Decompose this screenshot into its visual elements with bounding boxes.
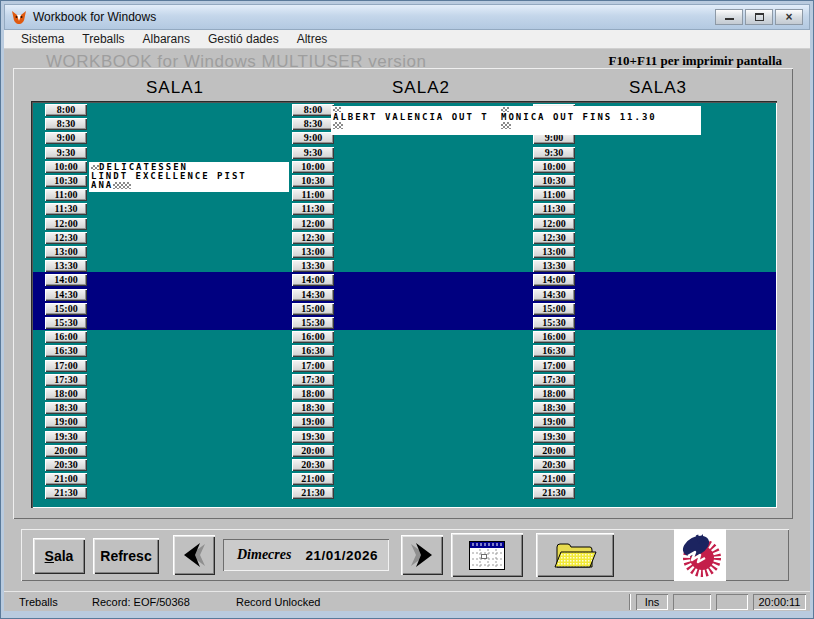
time-slot-button-1300[interactable]: 13:00: [533, 246, 575, 258]
menu-treballs[interactable]: Treballs: [73, 30, 133, 48]
time-slot-button-1130[interactable]: 11:30: [292, 203, 334, 215]
time-slot-button-1930[interactable]: 19:30: [45, 431, 87, 443]
time-slot-button-930[interactable]: 9:30: [533, 147, 575, 159]
time-slot-button-1330[interactable]: 13:30: [45, 260, 87, 272]
time-slot-button-1030[interactable]: 10:30: [292, 175, 334, 187]
time-slot-button-1030[interactable]: 10:30: [533, 175, 575, 187]
time-slot-button-2030[interactable]: 20:30: [533, 459, 575, 471]
time-slot-button-1730[interactable]: 17:30: [292, 374, 334, 386]
time-slot-button-1830[interactable]: 18:30: [292, 402, 334, 414]
time-slot-button-1900[interactable]: 19:00: [292, 416, 334, 428]
time-slot-button-1930[interactable]: 19:30: [533, 431, 575, 443]
time-slot-button-2000[interactable]: 20:00: [533, 445, 575, 457]
time-slot-button-1330[interactable]: 13:30: [292, 260, 334, 272]
appointment-sala3[interactable]: MONICA OUT FINS 11.30: [499, 106, 701, 135]
time-slot-button-2030[interactable]: 20:30: [45, 459, 87, 471]
time-slot-button-1200[interactable]: 12:00: [45, 218, 87, 230]
time-slot-button-800[interactable]: 8:00: [292, 104, 334, 116]
time-slot-button-1300[interactable]: 13:00: [45, 246, 87, 258]
time-slot-button-1800[interactable]: 18:00: [45, 388, 87, 400]
time-slot-button-2130[interactable]: 21:30: [533, 487, 575, 499]
time-slot-button-1400[interactable]: 14:00: [45, 274, 87, 286]
appointment-sala1[interactable]: DELICATESSEN LINDT EXCELLENCE PIST ANA: [89, 162, 289, 192]
schedule-grid[interactable]: 8:008:309:009:3010:0010:3011:0011:3012:0…: [31, 101, 777, 508]
next-day-button[interactable]: [401, 535, 443, 575]
time-slot-button-1400[interactable]: 14:00: [292, 274, 334, 286]
time-slot-button-1830[interactable]: 18:30: [533, 402, 575, 414]
time-slot-button-1900[interactable]: 19:00: [533, 416, 575, 428]
time-slot-button-2030[interactable]: 20:30: [292, 459, 334, 471]
time-slot-button-1330[interactable]: 13:30: [533, 260, 575, 272]
minimize-button[interactable]: [715, 9, 743, 25]
menu-altres[interactable]: Altres: [288, 30, 337, 48]
time-slot-button-2000[interactable]: 20:00: [45, 445, 87, 457]
time-slot-button-1730[interactable]: 17:30: [45, 374, 87, 386]
calendar-button[interactable]: [451, 533, 523, 577]
time-slot-button-1300[interactable]: 13:00: [292, 246, 334, 258]
time-slot-button-1700[interactable]: 17:00: [292, 360, 334, 372]
menu-albarans[interactable]: Albarans: [134, 30, 199, 48]
time-slot-button-1230[interactable]: 12:30: [533, 232, 575, 244]
time-slot-button-830[interactable]: 8:30: [292, 118, 334, 130]
time-slot-button-1700[interactable]: 17:00: [533, 360, 575, 372]
time-slot-button-1100[interactable]: 11:00: [45, 189, 87, 201]
time-slot-button-1100[interactable]: 11:00: [533, 189, 575, 201]
time-slot-button-1200[interactable]: 12:00: [533, 218, 575, 230]
title-bar[interactable]: Workbook for Windows ×: [4, 4, 810, 30]
time-slot-button-1030[interactable]: 10:30: [45, 175, 87, 187]
time-slot-button-1500[interactable]: 15:00: [45, 303, 87, 315]
time-slot-button-1530[interactable]: 15:30: [533, 317, 575, 329]
time-slot-button-1430[interactable]: 14:30: [533, 289, 575, 301]
time-slot-button-930[interactable]: 9:30: [45, 147, 87, 159]
time-slot-button-1800[interactable]: 18:00: [533, 388, 575, 400]
time-slot-button-1230[interactable]: 12:30: [45, 232, 87, 244]
time-slot-button-1630[interactable]: 16:30: [533, 345, 575, 357]
time-slot-button-900[interactable]: 9:00: [292, 132, 334, 144]
time-slot-button-1530[interactable]: 15:30: [45, 317, 87, 329]
time-slot-button-930[interactable]: 9:30: [292, 147, 334, 159]
open-folder-button[interactable]: [536, 533, 614, 577]
time-slot-button-1100[interactable]: 11:00: [292, 189, 334, 201]
date-field[interactable]: Dimecres 21/01/2026: [223, 539, 389, 571]
previous-day-button[interactable]: [173, 535, 215, 575]
time-slot-button-1630[interactable]: 16:30: [292, 345, 334, 357]
time-slot-button-1800[interactable]: 18:00: [292, 388, 334, 400]
time-slot-button-1700[interactable]: 17:00: [45, 360, 87, 372]
maximize-button[interactable]: [745, 9, 773, 25]
time-slot-button-2100[interactable]: 21:00: [45, 473, 87, 485]
refresh-button[interactable]: Refresc: [93, 538, 159, 574]
time-slot-button-2130[interactable]: 21:30: [292, 487, 334, 499]
time-slot-button-1130[interactable]: 11:30: [533, 203, 575, 215]
time-slot-button-2130[interactable]: 21:30: [45, 487, 87, 499]
menu-gestio-dades[interactable]: Gestió dades: [199, 30, 288, 48]
time-slot-button-2000[interactable]: 20:00: [292, 445, 334, 457]
time-slot-button-1600[interactable]: 16:00: [45, 331, 87, 343]
time-slot-button-2100[interactable]: 21:00: [292, 473, 334, 485]
time-slot-button-900[interactable]: 9:00: [45, 132, 87, 144]
time-slot-button-1430[interactable]: 14:30: [45, 289, 87, 301]
close-button[interactable]: ×: [775, 9, 803, 25]
time-slot-button-1530[interactable]: 15:30: [292, 317, 334, 329]
time-slot-button-2100[interactable]: 21:00: [533, 473, 575, 485]
time-slot-button-1600[interactable]: 16:00: [533, 331, 575, 343]
time-slot-button-1830[interactable]: 18:30: [45, 402, 87, 414]
time-slot-button-1130[interactable]: 11:30: [45, 203, 87, 215]
time-slot-button-1500[interactable]: 15:00: [533, 303, 575, 315]
time-slot-button-1000[interactable]: 10:00: [533, 161, 575, 173]
time-slot-button-1500[interactable]: 15:00: [292, 303, 334, 315]
time-slot-button-1430[interactable]: 14:30: [292, 289, 334, 301]
time-slot-button-1930[interactable]: 19:30: [292, 431, 334, 443]
menu-sistema[interactable]: Sistema: [12, 30, 73, 48]
time-slot-button-1900[interactable]: 19:00: [45, 416, 87, 428]
sala-button[interactable]: Sala: [33, 538, 85, 574]
time-slot-button-1400[interactable]: 14:00: [533, 274, 575, 286]
time-slot-button-1000[interactable]: 10:00: [292, 161, 334, 173]
time-slot-button-830[interactable]: 8:30: [45, 118, 87, 130]
time-slot-button-1630[interactable]: 16:30: [45, 345, 87, 357]
time-slot-button-1230[interactable]: 12:30: [292, 232, 334, 244]
time-slot-button-1000[interactable]: 10:00: [45, 161, 87, 173]
time-slot-button-1200[interactable]: 12:00: [292, 218, 334, 230]
time-slot-button-800[interactable]: 8:00: [45, 104, 87, 116]
time-slot-button-1600[interactable]: 16:00: [292, 331, 334, 343]
time-slot-button-1730[interactable]: 17:30: [533, 374, 575, 386]
